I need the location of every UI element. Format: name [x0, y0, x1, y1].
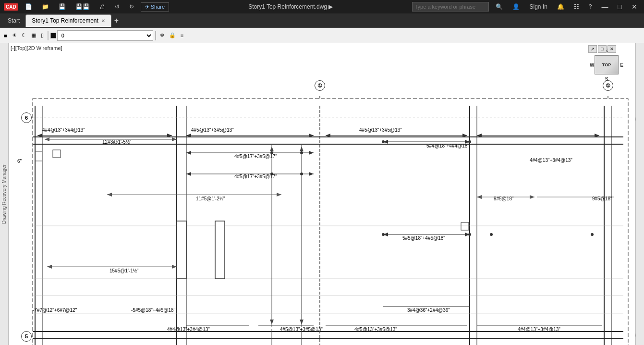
tab-add-button[interactable]: +: [111, 16, 122, 25]
toolbar-btn-more[interactable]: ≡: [179, 30, 185, 41]
sign-in-button[interactable]: Sign In: [526, 2, 550, 11]
toolbar-btn-lock[interactable]: 🔒: [167, 30, 178, 41]
svg-point-87: [382, 140, 385, 143]
close-canvas-btn[interactable]: ✕: [608, 45, 616, 53]
svg-point-86: [468, 233, 471, 236]
undo-btn[interactable]: ↺: [112, 2, 122, 11]
toolbar-btn-1[interactable]: ■: [2, 30, 9, 41]
title-bar: CAD 📄 📁 💾 💾💾 🖨 ↺ ↻ ✈ Share Story1 Top Re…: [0, 0, 644, 13]
tab-close-icon[interactable]: ✕: [101, 18, 105, 24]
apps-btn[interactable]: ☷: [571, 2, 582, 11]
svg-marker-53: [477, 195, 482, 199]
svg-marker-48: [309, 172, 314, 176]
svg-marker-41: [300, 147, 304, 151]
sidebar-left: Drawing Recovery Manager: [0, 43, 9, 345]
svg-point-82: [300, 151, 303, 154]
svg-point-81: [270, 151, 273, 154]
color-swatch: [50, 33, 56, 38]
svg-rect-56: [177, 221, 186, 279]
user-icon[interactable]: 👤: [510, 2, 522, 11]
canvas-controls: ↗ □ ✕: [588, 45, 616, 53]
view-label: [-][Top][2D Wireframe]: [11, 45, 62, 51]
svg-marker-44: [186, 151, 191, 155]
share-button[interactable]: ✈ Share: [141, 2, 169, 12]
svg-marker-39: [270, 320, 274, 324]
file-menu-btn[interactable]: 📄: [22, 2, 35, 11]
toolbar-btn-2[interactable]: ☀: [10, 30, 19, 41]
search-input[interactable]: [412, 2, 489, 12]
open-btn[interactable]: 📁: [39, 2, 52, 11]
svg-marker-42: [300, 320, 304, 324]
titlebar-right: 🔍 👤 Sign In 🔔 ☷ ? — □ ✕: [412, 0, 640, 13]
svg-marker-54: [530, 195, 535, 199]
svg-rect-57: [215, 221, 225, 279]
svg-rect-65: [461, 222, 469, 230]
svg-marker-59: [47, 265, 52, 269]
svg-marker-45: [309, 151, 314, 155]
main-area: Drawing Recovery Manager [-][Top][2D Wir…: [0, 43, 644, 345]
viewcube-west[interactable]: W: [590, 62, 594, 68]
file-title: Story1 Top Reinforcement.dwg ▶: [169, 3, 412, 10]
tab-bar: Start Story1 Top Reinforcement ✕ +: [0, 13, 644, 28]
search-btn[interactable]: 🔍: [493, 2, 506, 11]
svg-rect-64: [53, 150, 61, 158]
share-icon: ✈: [145, 4, 149, 10]
svg-marker-47: [186, 172, 191, 176]
toolbar-btn-freeze[interactable]: ❅: [158, 30, 166, 41]
sidebar-right: [635, 43, 644, 345]
redo-btn[interactable]: ↻: [126, 2, 137, 11]
svg-marker-51: [277, 193, 281, 197]
notification-btn[interactable]: 🔔: [554, 2, 567, 11]
restore-btn[interactable]: ↗: [588, 45, 597, 53]
maximize-btn[interactable]: □: [615, 0, 625, 13]
toolbar: ■ ☀ ☾ ▦ ▯ 0 ❅ 🔒 ≡: [0, 28, 644, 43]
viewcube-east[interactable]: E: [620, 62, 623, 68]
toolbar-btn-sun[interactable]: ☾: [20, 30, 28, 41]
canvas-area[interactable]: [-][Top][2D Wireframe] ↗ □ ✕ N S E W TOP: [9, 43, 635, 345]
drawing-canvas: [9, 43, 635, 345]
svg-marker-32: [45, 137, 49, 141]
sidebar-left-label: Drawing Recovery Manager: [1, 164, 7, 224]
toolbar-btn-obj[interactable]: ▯: [39, 30, 46, 41]
minimize-btn[interactable]: —: [599, 0, 611, 13]
toolbar-btn-layers[interactable]: ▦: [29, 30, 38, 41]
viewcube: N S E W TOP: [590, 48, 623, 82]
divider-2: [155, 31, 156, 40]
float-btn[interactable]: □: [598, 45, 607, 53]
svg-point-84: [300, 172, 303, 175]
viewcube-top[interactable]: TOP: [595, 55, 619, 74]
save-all-btn[interactable]: 💾💾: [73, 2, 93, 11]
svg-marker-60: [172, 265, 177, 269]
app-logo: CAD: [4, 3, 18, 11]
tab-active[interactable]: Story1 Top Reinforcement ✕: [25, 14, 111, 27]
svg-marker-50: [107, 193, 112, 197]
svg-point-90: [591, 233, 594, 236]
viewcube-south[interactable]: S: [605, 76, 608, 82]
svg-point-83: [270, 172, 273, 175]
svg-point-89: [490, 233, 493, 236]
titlebar-left: CAD 📄 📁 💾 💾💾 🖨 ↺ ↻ ✈ Share: [4, 2, 169, 12]
help-btn[interactable]: ?: [586, 2, 595, 11]
divider-1: [48, 31, 49, 40]
svg-marker-38: [270, 147, 274, 151]
print-btn[interactable]: 🖨: [97, 2, 108, 11]
close-btn[interactable]: ✕: [629, 0, 640, 13]
save-btn[interactable]: 💾: [56, 2, 69, 11]
layer-select[interactable]: 0: [57, 30, 153, 41]
svg-point-85: [382, 233, 385, 236]
svg-point-88: [468, 140, 471, 143]
svg-marker-33: [172, 137, 177, 141]
tab-start[interactable]: Start: [2, 14, 25, 27]
